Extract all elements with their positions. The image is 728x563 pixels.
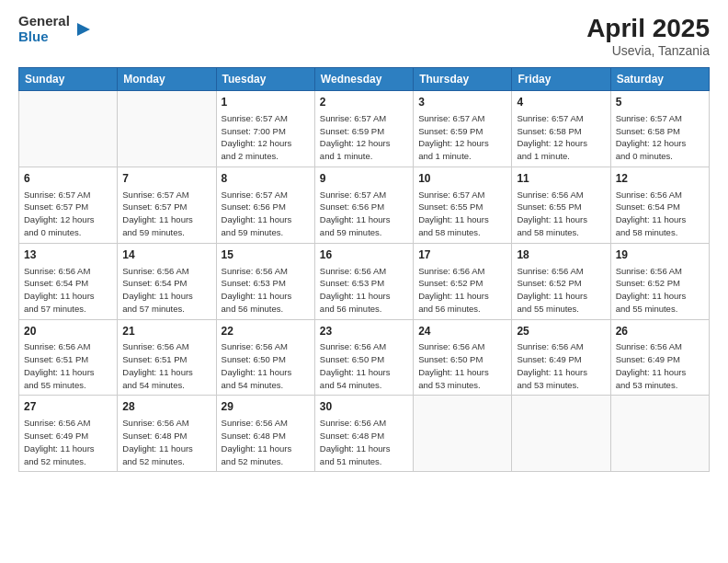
day-info: Sunrise: 6:57 AM Sunset: 6:55 PM Dayligh…	[418, 189, 506, 239]
day-info: Sunrise: 6:57 AM Sunset: 6:57 PM Dayligh…	[122, 189, 210, 239]
table-row: 10Sunrise: 6:57 AM Sunset: 6:55 PM Dayli…	[414, 167, 512, 243]
table-row: 19Sunrise: 6:56 AM Sunset: 6:52 PM Dayli…	[610, 243, 709, 319]
calendar-table: Sunday Monday Tuesday Wednesday Thursday…	[18, 67, 710, 472]
day-info: Sunrise: 6:57 AM Sunset: 7:00 PM Dayligh…	[222, 112, 310, 163]
day-info: Sunrise: 6:56 AM Sunset: 6:48 PM Dayligh…	[122, 417, 210, 467]
day-number: 19	[616, 247, 704, 263]
title-block: April 2025 Usevia, Tanzania	[586, 14, 710, 58]
table-row: 16Sunrise: 6:56 AM Sunset: 6:53 PM Dayli…	[314, 243, 413, 319]
table-row: 14Sunrise: 6:56 AM Sunset: 6:54 PM Dayli…	[118, 243, 216, 319]
calendar-week-row: 6Sunrise: 6:57 AM Sunset: 6:57 PM Daylig…	[19, 167, 710, 243]
day-number: 24	[418, 324, 506, 339]
calendar-week-row: 13Sunrise: 6:56 AM Sunset: 6:54 PM Dayli…	[19, 243, 710, 319]
day-info: Sunrise: 6:56 AM Sunset: 6:53 PM Dayligh…	[320, 265, 408, 316]
day-number: 23	[320, 324, 408, 339]
calendar-week-row: 1Sunrise: 6:57 AM Sunset: 7:00 PM Daylig…	[19, 91, 710, 167]
logo: General Blue	[18, 14, 90, 44]
day-number: 6	[24, 171, 112, 187]
table-row: 22Sunrise: 6:56 AM Sunset: 6:50 PM Dayli…	[216, 319, 314, 396]
day-number: 18	[517, 247, 605, 263]
day-info: Sunrise: 6:56 AM Sunset: 6:50 PM Dayligh…	[320, 340, 408, 391]
table-row: 12Sunrise: 6:56 AM Sunset: 6:54 PM Dayli…	[610, 167, 709, 243]
col-friday: Friday	[512, 68, 610, 91]
col-monday: Monday	[118, 68, 216, 91]
day-number: 17	[418, 247, 506, 263]
day-info: Sunrise: 6:57 AM Sunset: 6:56 PM Dayligh…	[320, 189, 408, 239]
day-info: Sunrise: 6:56 AM Sunset: 6:51 PM Dayligh…	[24, 340, 112, 391]
table-row: 27Sunrise: 6:56 AM Sunset: 6:49 PM Dayli…	[19, 396, 118, 472]
day-number: 10	[418, 171, 506, 187]
table-row	[610, 396, 709, 472]
table-row: 3Sunrise: 6:57 AM Sunset: 6:59 PM Daylig…	[414, 91, 512, 167]
col-wednesday: Wednesday	[314, 68, 413, 91]
svg-marker-0	[77, 23, 90, 36]
table-row: 24Sunrise: 6:56 AM Sunset: 6:50 PM Dayli…	[414, 319, 512, 396]
table-row: 11Sunrise: 6:56 AM Sunset: 6:55 PM Dayli…	[512, 167, 610, 243]
day-number: 16	[320, 247, 408, 263]
calendar-header-row: Sunday Monday Tuesday Wednesday Thursday…	[19, 68, 710, 91]
day-number: 12	[616, 171, 704, 187]
day-info: Sunrise: 6:56 AM Sunset: 6:52 PM Dayligh…	[418, 265, 506, 316]
table-row: 1Sunrise: 6:57 AM Sunset: 7:00 PM Daylig…	[216, 91, 314, 167]
day-info: Sunrise: 6:57 AM Sunset: 6:57 PM Dayligh…	[24, 189, 112, 239]
table-row: 2Sunrise: 6:57 AM Sunset: 6:59 PM Daylig…	[314, 91, 413, 167]
day-number: 7	[122, 171, 210, 187]
table-row: 17Sunrise: 6:56 AM Sunset: 6:52 PM Dayli…	[414, 243, 512, 319]
table-row: 30Sunrise: 6:56 AM Sunset: 6:48 PM Dayli…	[314, 396, 413, 472]
title-month: April 2025	[586, 14, 710, 43]
day-info: Sunrise: 6:57 AM Sunset: 6:59 PM Dayligh…	[320, 112, 408, 163]
day-info: Sunrise: 6:56 AM Sunset: 6:52 PM Dayligh…	[616, 265, 704, 316]
table-row: 20Sunrise: 6:56 AM Sunset: 6:51 PM Dayli…	[19, 319, 118, 396]
table-row	[118, 91, 216, 167]
day-number: 28	[122, 399, 210, 415]
day-number: 29	[222, 399, 310, 415]
table-row	[19, 91, 118, 167]
table-row: 4Sunrise: 6:57 AM Sunset: 6:58 PM Daylig…	[512, 91, 610, 167]
calendar-week-row: 27Sunrise: 6:56 AM Sunset: 6:49 PM Dayli…	[19, 396, 710, 472]
col-tuesday: Tuesday	[216, 68, 314, 91]
table-row: 29Sunrise: 6:56 AM Sunset: 6:48 PM Dayli…	[216, 396, 314, 472]
day-number: 9	[320, 171, 408, 187]
day-info: Sunrise: 6:56 AM Sunset: 6:50 PM Dayligh…	[418, 340, 506, 391]
header: General Blue April 2025 Usevia, Tanzania	[18, 14, 710, 58]
table-row: 28Sunrise: 6:56 AM Sunset: 6:48 PM Dayli…	[118, 396, 216, 472]
day-number: 20	[24, 324, 112, 339]
col-saturday: Saturday	[610, 68, 709, 91]
day-info: Sunrise: 6:56 AM Sunset: 6:49 PM Dayligh…	[616, 340, 704, 391]
day-info: Sunrise: 6:56 AM Sunset: 6:49 PM Dayligh…	[24, 417, 112, 467]
day-number: 26	[616, 324, 704, 339]
day-number: 25	[517, 324, 605, 339]
day-number: 21	[122, 324, 210, 339]
day-number: 8	[222, 171, 310, 187]
day-info: Sunrise: 6:56 AM Sunset: 6:51 PM Dayligh…	[122, 340, 210, 391]
table-row: 9Sunrise: 6:57 AM Sunset: 6:56 PM Daylig…	[314, 167, 413, 243]
day-number: 22	[222, 324, 310, 339]
table-row	[512, 396, 610, 472]
day-info: Sunrise: 6:56 AM Sunset: 6:55 PM Dayligh…	[517, 189, 605, 239]
day-number: 5	[616, 95, 704, 110]
day-info: Sunrise: 6:56 AM Sunset: 6:48 PM Dayligh…	[320, 417, 408, 467]
table-row	[414, 396, 512, 472]
table-row: 8Sunrise: 6:57 AM Sunset: 6:56 PM Daylig…	[216, 167, 314, 243]
day-info: Sunrise: 6:56 AM Sunset: 6:52 PM Dayligh…	[517, 265, 605, 316]
table-row: 18Sunrise: 6:56 AM Sunset: 6:52 PM Dayli…	[512, 243, 610, 319]
day-info: Sunrise: 6:56 AM Sunset: 6:53 PM Dayligh…	[222, 265, 310, 316]
day-number: 30	[320, 399, 408, 415]
day-number: 4	[517, 95, 605, 110]
day-number: 1	[222, 95, 310, 110]
day-number: 27	[24, 399, 112, 415]
table-row: 5Sunrise: 6:57 AM Sunset: 6:58 PM Daylig…	[610, 91, 709, 167]
col-sunday: Sunday	[19, 68, 118, 91]
day-number: 13	[24, 247, 112, 263]
table-row: 13Sunrise: 6:56 AM Sunset: 6:54 PM Dayli…	[19, 243, 118, 319]
title-location: Usevia, Tanzania	[586, 43, 710, 58]
table-row: 21Sunrise: 6:56 AM Sunset: 6:51 PM Dayli…	[118, 319, 216, 396]
day-number: 14	[122, 247, 210, 263]
col-thursday: Thursday	[414, 68, 512, 91]
day-number: 2	[320, 95, 408, 110]
day-info: Sunrise: 6:57 AM Sunset: 6:59 PM Dayligh…	[418, 112, 506, 163]
day-info: Sunrise: 6:57 AM Sunset: 6:56 PM Dayligh…	[222, 189, 310, 239]
table-row: 15Sunrise: 6:56 AM Sunset: 6:53 PM Dayli…	[216, 243, 314, 319]
day-info: Sunrise: 6:56 AM Sunset: 6:50 PM Dayligh…	[222, 340, 310, 391]
day-info: Sunrise: 6:56 AM Sunset: 6:54 PM Dayligh…	[616, 189, 704, 239]
